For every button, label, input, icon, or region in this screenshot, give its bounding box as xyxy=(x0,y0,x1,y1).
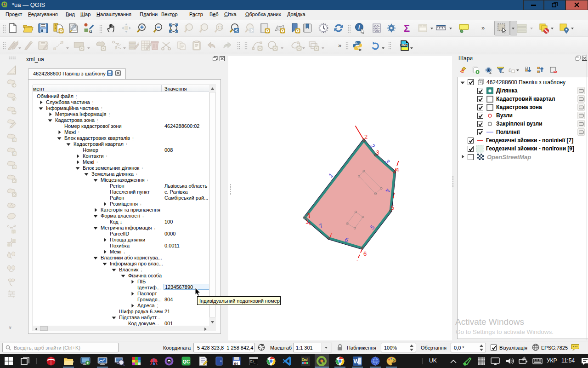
svg-text:Zad: Zad xyxy=(302,358,307,361)
svg-text:i: i xyxy=(358,24,360,31)
svg-text:C:\_: C:\_ xyxy=(250,360,255,363)
svg-text:ε: ε xyxy=(509,67,511,73)
svg-text:64: 64 xyxy=(234,362,238,366)
svg-text:Σ: Σ xyxy=(404,23,410,34)
svg-text:7: 7 xyxy=(329,231,333,238)
svg-text:5: 5 xyxy=(391,204,394,211)
svg-text:1:1: 1:1 xyxy=(218,26,222,29)
svg-text:W: W xyxy=(354,358,360,365)
svg-text:4: 4 xyxy=(384,188,391,192)
svg-text:⚙: ⚙ xyxy=(13,138,17,142)
svg-text:2: 2 xyxy=(364,133,368,140)
svg-text:3: 3 xyxy=(376,149,379,156)
svg-text:XML: XML xyxy=(401,43,407,46)
svg-text:1: 1 xyxy=(305,218,309,225)
svg-text:⚙: ⚙ xyxy=(13,165,17,169)
svg-text:a: a xyxy=(89,28,92,34)
svg-text:6: 6 xyxy=(363,250,367,257)
svg-text:⚙: ⚙ xyxy=(13,151,17,156)
svg-text:4: 4 xyxy=(396,167,399,173)
svg-text:QC: QC xyxy=(183,359,190,364)
